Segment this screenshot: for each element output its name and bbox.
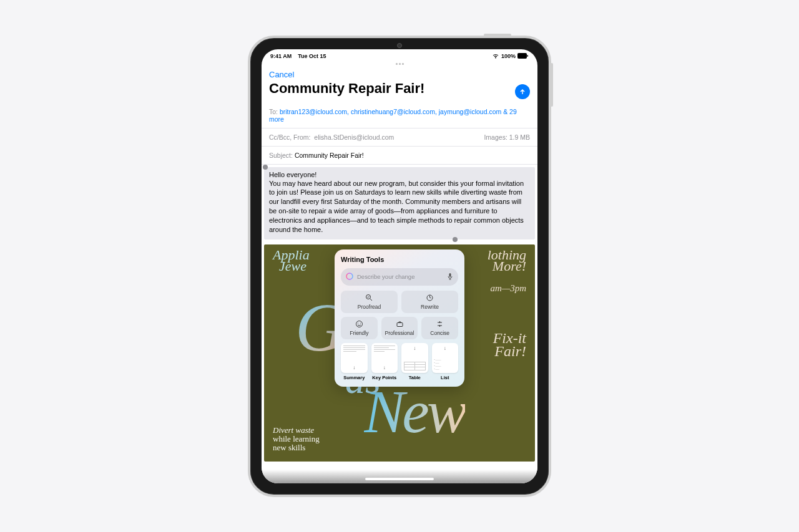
send-button[interactable] <box>515 84 530 99</box>
subject-value: Community Repair Fair! <box>295 152 364 159</box>
compose-body[interactable]: Hello everyone! You may have heard about… <box>262 165 537 483</box>
compose-title: Community Repair Fair! <box>262 80 432 103</box>
statusbar-right: 100% <box>492 53 529 59</box>
magnifier-check-icon <box>365 294 373 302</box>
from-address: elisha.StDenis@icloud.com <box>314 133 394 141</box>
describe-placeholder: Describe your change <box>357 273 443 280</box>
keypoints-option[interactable]: ↓ Key Points <box>371 343 398 381</box>
list-thumbnail: ↓ • ———• ——• ———• —— <box>432 343 459 374</box>
flyer-tagline: Divert waste while learning new skills <box>273 426 320 453</box>
svg-point-8 <box>360 322 361 323</box>
volume-buttons <box>551 63 553 107</box>
smile-icon <box>355 320 363 328</box>
svg-point-7 <box>358 322 358 323</box>
summary-thumbnail: ↓ <box>341 343 368 374</box>
arrow-down-icon: ↓ <box>383 365 386 370</box>
to-label: To: <box>269 108 278 115</box>
flyer-top-left: AppliaJewe <box>273 249 310 273</box>
svg-rect-0 <box>517 53 527 59</box>
subject-field[interactable]: Subject: Community Repair Fair! <box>262 147 537 165</box>
status-time: 9:41 AM <box>270 53 292 59</box>
friendly-button[interactable]: Friendly <box>341 317 378 339</box>
professional-button[interactable]: Professional <box>381 317 418 339</box>
home-indicator[interactable] <box>365 478 434 480</box>
svg-point-6 <box>356 321 362 327</box>
table-thumbnail: ↓ <box>401 343 428 374</box>
status-battery-pct: 100% <box>501 53 516 59</box>
images-size: 1.9 MB <box>509 133 530 141</box>
bottom-fade <box>262 470 537 483</box>
images-label: Images: <box>484 133 507 141</box>
table-option[interactable]: ↓ Table <box>401 343 428 381</box>
arrow-down-icon: ↓ <box>353 365 355 370</box>
flyer-top-right: lothingMore! <box>488 249 526 273</box>
arrow-up-icon <box>519 88 526 95</box>
subject-label: Subject: <box>269 152 293 159</box>
microphone-icon[interactable] <box>447 271 453 283</box>
body-greeting: Hello everyone! <box>269 171 530 178</box>
flyer-image: AppliaJewe lothingMore! am—3pm Fix-itFai… <box>264 244 535 462</box>
flyer-fixit: Fix-itFair! <box>493 332 526 359</box>
svg-rect-9 <box>397 322 403 326</box>
to-field[interactable]: To: britran123@icloud.com, christinehuan… <box>262 103 537 128</box>
battery-icon <box>517 53 529 59</box>
sheet-grabber[interactable] <box>262 60 537 66</box>
summary-option[interactable]: ↓ Summary <box>341 343 368 381</box>
describe-change-input[interactable]: Describe your change <box>341 268 458 286</box>
proofread-button[interactable]: Proofread <box>341 291 398 313</box>
writing-tools-title: Writing Tools <box>341 256 458 263</box>
front-camera <box>397 43 402 48</box>
selection-handle-end[interactable] <box>453 237 458 242</box>
sparkle-icon <box>346 271 353 283</box>
svg-point-2 <box>346 273 353 279</box>
concise-button[interactable]: Concise <box>421 317 458 339</box>
wifi-icon <box>492 53 499 59</box>
selected-text-block[interactable]: Hello everyone! You may have heard about… <box>264 167 535 239</box>
cancel-button[interactable]: Cancel <box>269 70 294 79</box>
status-bar: 9:41 AM Tue Oct 15 100% <box>262 49 537 60</box>
statusbar-left: 9:41 AM Tue Oct 15 <box>270 53 326 59</box>
svg-rect-3 <box>449 273 451 277</box>
arrow-down-icon: ↓ <box>413 346 416 351</box>
arrow-down-icon: ↓ <box>444 346 446 351</box>
cc-from-field[interactable]: Cc/Bcc, From: elisha.StDenis@icloud.com … <box>262 128 537 147</box>
status-date: Tue Oct 15 <box>298 53 326 59</box>
writing-tools-panel: Writing Tools Describe your change <box>335 249 464 387</box>
body-paragraph: You may have heard about our new program… <box>269 179 530 235</box>
concise-icon <box>436 320 444 328</box>
to-recipients[interactable]: britran123@icloud.com, christinehuang7@i… <box>269 108 517 123</box>
briefcase-icon <box>396 320 404 328</box>
flyer-time: am—3pm <box>490 283 526 294</box>
ipad-screen: 9:41 AM Tue Oct 15 100% Cancel Community… <box>262 49 537 483</box>
list-option[interactable]: ↓ • ———• ——• ———• —— List <box>432 343 459 381</box>
power-button <box>484 34 511 36</box>
rewrite-button[interactable]: Rewrite <box>401 291 458 313</box>
cc-label: Cc/Bcc, From: <box>269 133 311 141</box>
ipad-device-frame: 9:41 AM Tue Oct 15 100% Cancel Community… <box>248 36 551 497</box>
selection-handle-start[interactable] <box>263 165 268 170</box>
rewrite-icon <box>426 294 434 302</box>
svg-rect-1 <box>527 55 529 57</box>
compose-header: Cancel <box>262 66 537 80</box>
keypoints-thumbnail: ↓ <box>371 343 398 374</box>
